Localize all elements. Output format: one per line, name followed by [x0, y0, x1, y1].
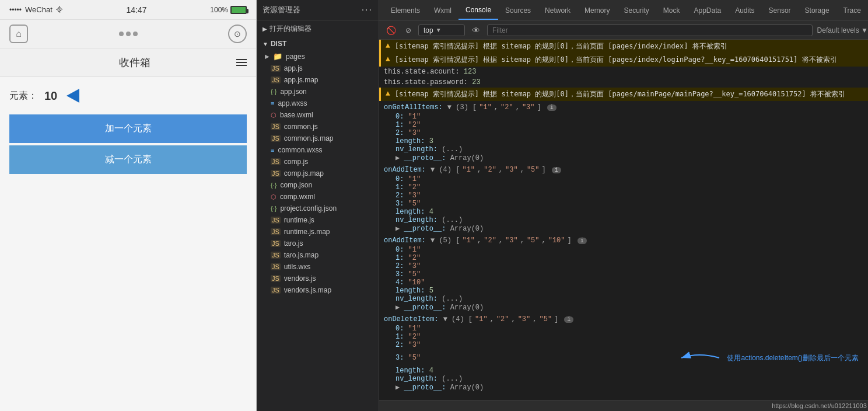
nav-dot	[126, 32, 131, 36]
phone-time: 14:47	[127, 5, 147, 15]
console-filter-input[interactable]	[487, 25, 813, 36]
console-toolbar: 🚫 ⊘ top ▼ 👁 Default levels ▼	[379, 21, 868, 40]
devtools-panel: Elements Wxml Console Sources Network Me…	[379, 0, 868, 411]
file-item-appjson[interactable]: {·} app.json	[257, 86, 379, 97]
file-item-commonwxss[interactable]: ≡ common.wxss	[257, 144, 379, 156]
record-button[interactable]: ⊙	[228, 25, 247, 43]
sitemap-warning-1: ▲ [sitemap 索引情况提示] 根据 sitemap 的规则[0]，当前页…	[379, 40, 868, 53]
file-name: runtime.js	[284, 216, 314, 224]
file-name: app.wxss	[278, 99, 307, 107]
tab-elements[interactable]: Elements	[384, 2, 427, 19]
file-item-basewxml[interactable]: ⬡ base.wxml	[257, 109, 379, 121]
json-file-icon: {·}	[271, 182, 276, 189]
context-selector[interactable]: top ▼	[418, 25, 465, 36]
tab-memory[interactable]: Memory	[578, 2, 617, 19]
arrow-right-icon	[66, 89, 79, 103]
element-count-row: 元素： 10	[9, 89, 247, 103]
group-header-onadditem-4[interactable]: onAddItem: ▼ (4) ["1", "2", "3", "5"] i	[384, 165, 868, 175]
tab-console[interactable]: Console	[459, 1, 498, 20]
group-body-onadditem-4: 0: "1" 1: "2" 2: "3" 3: "5" length: 4 nv…	[384, 175, 868, 233]
file-item-tarojs[interactable]: JS taro.js	[257, 238, 379, 249]
nav-dot	[119, 32, 124, 36]
tab-sensor[interactable]: Sensor	[762, 2, 798, 19]
group-onadditem-5: onAddItem: ▼ (5) ["1", "2", "3", "5", "1…	[379, 234, 868, 313]
log-levels-selector[interactable]: Default levels ▼	[817, 26, 868, 34]
file-item-vendorsjsmap[interactable]: JS vendors.js.map	[257, 284, 379, 296]
file-item-runtimejsmap[interactable]: JS runtime.js.map	[257, 226, 379, 238]
home-button[interactable]: ⌂	[9, 25, 28, 43]
sitemap-warning-2: ▲ [sitemap 索引情况提示] 根据 sitemap 的规则[0]，当前页…	[379, 53, 868, 67]
js-file-icon: JS	[271, 76, 281, 83]
preserve-log-icon[interactable]: ⊘	[403, 25, 414, 36]
file-item-runtimejs[interactable]: JS runtime.js	[257, 214, 379, 226]
clear-console-button[interactable]: 🚫	[384, 25, 398, 36]
wxml-file-icon: ⬡	[271, 112, 276, 119]
group-body-onadditem-5: 0: "1" 1: "2" 2: "3" 3: "5" 4: "10" leng…	[384, 246, 868, 312]
phone-simulator: ••••• WeChat 令 14:47 100% ⌂ ⊙ 收件箱 元素： 1	[0, 0, 257, 411]
context-value: top	[424, 26, 433, 34]
chevron-icon: ▶	[262, 26, 267, 32]
tab-trace[interactable]: Trace	[836, 2, 868, 19]
state-acount: this.state.acount: 123	[379, 67, 868, 77]
folder-arrow-icon: ▶	[265, 53, 270, 60]
explorer-header: 资源管理器 ···	[257, 0, 379, 20]
file-item-compjs[interactable]: JS comp.js	[257, 156, 379, 168]
file-item-commonjs[interactable]: JS common.js	[257, 121, 379, 133]
file-item-appjs[interactable]: JS app.js	[257, 62, 379, 74]
file-item-appwxss[interactable]: ≡ app.wxss	[257, 97, 379, 109]
footer-url: https://blog.csdn.net/u012211003	[772, 402, 867, 409]
tab-storage[interactable]: Storage	[798, 2, 836, 19]
context-dropdown-icon: ▼	[436, 27, 442, 33]
tab-security[interactable]: Security	[617, 2, 656, 19]
tab-mock[interactable]: Mock	[656, 2, 687, 19]
js-file-icon: JS	[271, 135, 281, 142]
remove-element-button[interactable]: 减一个元素	[9, 145, 247, 174]
group-onadditem-4: onAddItem: ▼ (4) ["1", "2", "3", "5"] i …	[379, 163, 868, 234]
group-header-onadditem-5[interactable]: onAddItem: ▼ (5) ["1", "2", "3", "5", "1…	[384, 235, 868, 246]
tab-appdata[interactable]: AppData	[687, 2, 728, 19]
file-name: common.js.map	[284, 134, 334, 142]
file-item-compjson[interactable]: {·} comp.json	[257, 179, 379, 191]
devtools-footer: https://blog.csdn.net/u012211003	[379, 400, 868, 411]
eye-icon[interactable]: 👁	[470, 25, 482, 36]
tab-network[interactable]: Network	[538, 2, 578, 19]
warning-text: [sitemap 索引情况提示] 根据 sitemap 的规则[0]，当前页面 …	[395, 55, 837, 65]
battery-pct: 100%	[210, 6, 228, 14]
warning-icon: ▲	[386, 89, 390, 98]
explorer-more-icon[interactable]: ···	[362, 5, 373, 15]
file-name: runtime.js.map	[284, 228, 330, 236]
wxss-file-icon: ≡	[271, 147, 274, 154]
file-item-compwxml[interactable]: ⬡ comp.wxml	[257, 191, 379, 203]
file-item-pages[interactable]: ▶ 📁 pages	[257, 50, 379, 62]
file-name: app.js.map	[284, 76, 318, 84]
file-item-vendorsjs[interactable]: JS vendors.js	[257, 273, 379, 284]
add-element-button[interactable]: 加一个元素	[9, 114, 247, 143]
tab-audits[interactable]: Audits	[728, 2, 761, 19]
phone-content: 元素： 10 加一个元素 减一个元素	[0, 77, 256, 411]
file-item-projectconfig[interactable]: {·} project.config.json	[257, 203, 379, 214]
group-header-ongetallitems[interactable]: onGetAllItems: ▼ (3) ["1", "2", "3"] i	[384, 102, 868, 113]
file-name: pages	[286, 53, 305, 61]
tab-sources[interactable]: Sources	[498, 2, 538, 19]
folder-icon: 📁	[273, 52, 282, 61]
devtools-tab-bar: Elements Wxml Console Sources Network Me…	[379, 0, 868, 21]
file-item-tarojsmap[interactable]: JS taro.js.map	[257, 249, 379, 261]
battery-bar	[230, 6, 247, 14]
js-file-icon: JS	[271, 287, 281, 294]
annotation-arrow-icon	[676, 349, 722, 367]
file-name: common.wxss	[278, 146, 322, 154]
menu-icon[interactable]	[236, 59, 247, 66]
js-file-icon: JS	[271, 217, 281, 224]
file-item-compjsmap[interactable]: JS comp.js.map	[257, 168, 379, 179]
group-ondeleteitem-4: onDeleteItem: ▼ (4) ["1", "2", "3", "5"]…	[379, 313, 868, 393]
json-file-icon: {·}	[271, 88, 276, 95]
file-name: base.wxml	[280, 111, 313, 119]
group-header-ondeleteitem-4[interactable]: onDeleteItem: ▼ (4) ["1", "2", "3", "5"]…	[384, 314, 868, 325]
js-file-icon: JS	[271, 263, 281, 270]
tab-wxml[interactable]: Wxml	[427, 2, 459, 19]
file-name: common.js	[284, 123, 318, 131]
js-file-icon: JS	[271, 65, 281, 72]
file-item-commonjsmap[interactable]: JS common.js.map	[257, 133, 379, 144]
file-item-utilswxs[interactable]: JS utils.wxs	[257, 261, 379, 273]
file-item-appjsmap[interactable]: JS app.js.map	[257, 74, 379, 86]
